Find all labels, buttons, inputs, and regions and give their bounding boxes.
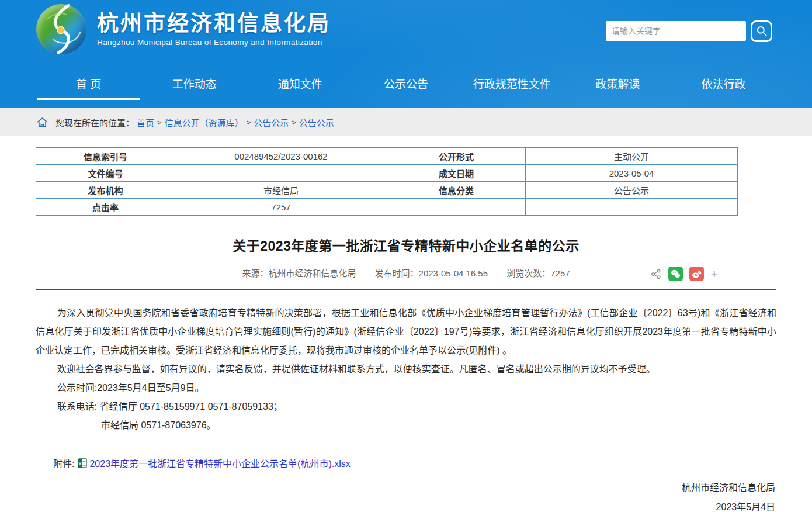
info-value-disclosure-form: 主动公开 xyxy=(526,148,738,165)
breadcrumb-prefix: 您现在所在的位置： xyxy=(55,116,134,129)
info-value-empty xyxy=(526,199,738,216)
nav-item-home[interactable]: 首 页 xyxy=(36,58,141,108)
nav-item-notices[interactable]: 通知文件 xyxy=(247,58,353,108)
table-row: 信息索引号 002489452/2023-00162 公开形式 主动公开 xyxy=(36,148,738,165)
wechat-share-icon[interactable] xyxy=(668,267,683,281)
search-input[interactable] xyxy=(606,21,746,41)
info-table: 信息索引号 002489452/2023-00162 公开形式 主动公开 文件编… xyxy=(36,147,738,216)
table-row: 发布机构 市经信局 信息分类 公告公示 xyxy=(36,182,738,199)
article-body: 为深入贯彻党中央国务院和省委省政府培育专精特新的决策部署，根据工业和信息化部《优… xyxy=(36,304,776,435)
attachment-link[interactable]: 2023年度第一批浙江省专精特新中小企业公示名单(杭州市).xlsx xyxy=(89,456,350,470)
page-title: 关于2023年度第一批浙江省专精特新中小企业名单的公示 xyxy=(36,235,776,255)
breadcrumb-link-announcements[interactable]: 公告公示 xyxy=(254,116,289,129)
info-value-issue-date: 2023-05-04 xyxy=(526,165,738,182)
info-value-document-number xyxy=(175,165,387,182)
breadcrumb-link-announcements-current[interactable]: 公告公示 xyxy=(299,116,334,129)
article-meta: 来源：杭州市经济和信息化局 发布时间：2023-05-04 16:55 浏览次数… xyxy=(36,267,776,284)
article-page: 信息索引号 002489452/2023-00162 公开形式 主动公开 文件编… xyxy=(36,147,776,512)
info-value-index-number: 002489452/2023-00162 xyxy=(175,148,387,165)
share-toolbar: + xyxy=(650,267,718,281)
info-label-issue-date: 成文日期 xyxy=(387,165,526,182)
attachment-label: 附件: xyxy=(53,456,74,470)
title-divider xyxy=(36,289,776,290)
attachment-row: 附件: X 2023年度第一批浙江省专精特新中小企业公示名单(杭州市).xlsx xyxy=(53,456,776,470)
site-header: 杭州市经济和信息化局 Hangzhou Municipal Bureau of … xyxy=(0,0,812,108)
search-bar xyxy=(606,20,772,42)
nav-item-announcements[interactable]: 公示公告 xyxy=(353,58,459,108)
nav-item-regulatory-docs[interactable]: 行政规范性文件 xyxy=(459,58,565,108)
nav-item-work-news[interactable]: 工作动态 xyxy=(141,58,247,108)
paragraph: 公示时间:2023年5月4日至5月9日。 xyxy=(36,379,776,397)
home-icon xyxy=(36,116,48,129)
article-signature: 杭州市经济和信息化局 2023年5月4日 xyxy=(36,478,776,512)
nav-item-policy-interpretation[interactable]: 政策解读 xyxy=(565,58,671,108)
meta-view-count: 浏览次数：7257 xyxy=(506,268,570,278)
share-icon[interactable] xyxy=(650,268,662,280)
site-logo xyxy=(36,4,86,54)
breadcrumb-link-home[interactable]: 首页 xyxy=(137,116,154,129)
breadcrumb-separator: > xyxy=(157,118,162,127)
info-label-index-number: 信息索引号 xyxy=(36,148,175,165)
breadcrumb-link-info-disclosure[interactable]: 信息公开（资源库） xyxy=(165,116,244,129)
signature-date: 2023年5月4日 xyxy=(36,497,775,512)
search-icon xyxy=(756,25,768,37)
nav-item-law-based-admin[interactable]: 依法行政 xyxy=(671,58,776,108)
info-value-issuing-agency: 市经信局 xyxy=(175,182,387,199)
search-button[interactable] xyxy=(751,20,772,42)
breadcrumb-separator: > xyxy=(292,118,296,127)
paragraph: 为深入贯彻党中央国务院和省委省政府培育专精特新的决策部署，根据工业和信息化部《优… xyxy=(36,304,776,360)
info-value-click-rate: 7257 xyxy=(175,199,387,216)
breadcrumb-separator: > xyxy=(247,118,251,127)
info-label-disclosure-form: 公开形式 xyxy=(387,148,526,165)
more-share-options-icon[interactable]: + xyxy=(710,268,718,281)
site-title: 杭州市经济和信息化局 xyxy=(97,12,331,37)
weibo-share-icon[interactable] xyxy=(689,267,704,281)
signature-org: 杭州市经济和信息化局 xyxy=(36,478,775,497)
paragraph: 联系电话: 省经信厅 0571-85159971 0571-87059133； xyxy=(36,397,776,416)
info-label-category: 信息分类 xyxy=(387,182,526,199)
info-value-category: 公告公示 xyxy=(526,182,738,199)
main-nav: 首 页 工作动态 通知文件 公示公告 行政规范性文件 政策解读 依法行政 xyxy=(0,58,812,108)
paragraph: 市经信局 0571-87063976。 xyxy=(36,416,776,435)
meta-source: 来源：杭州市经济和信息化局 xyxy=(242,268,356,278)
meta-publish-time: 发布时间：2023-05-04 16:55 xyxy=(375,268,488,278)
info-label-click-rate: 点击率 xyxy=(36,199,175,216)
logo-swirl-graphic xyxy=(36,4,86,54)
excel-file-icon: X xyxy=(78,458,87,468)
site-subtitle: Hangzhou Municipal Bureau of Economy and… xyxy=(97,38,331,47)
brand: 杭州市经济和信息化局 Hangzhou Municipal Bureau of … xyxy=(36,4,331,54)
info-label-empty xyxy=(387,199,526,216)
info-label-issuing-agency: 发布机构 xyxy=(36,182,175,199)
paragraph: 欢迎社会各界参与监督，如有异议的，请实名反馈，并提供佐证材料和联系方式，以便核实… xyxy=(36,360,776,379)
info-label-document-number: 文件编号 xyxy=(36,165,175,182)
table-row: 点击率 7257 xyxy=(36,199,738,216)
svg-text:X: X xyxy=(79,461,82,466)
breadcrumb: 您现在所在的位置： 首页 > 信息公开（资源库） > 公告公示 > 公告公示 xyxy=(0,108,812,136)
table-row: 文件编号 成文日期 2023-05-04 xyxy=(36,165,738,182)
